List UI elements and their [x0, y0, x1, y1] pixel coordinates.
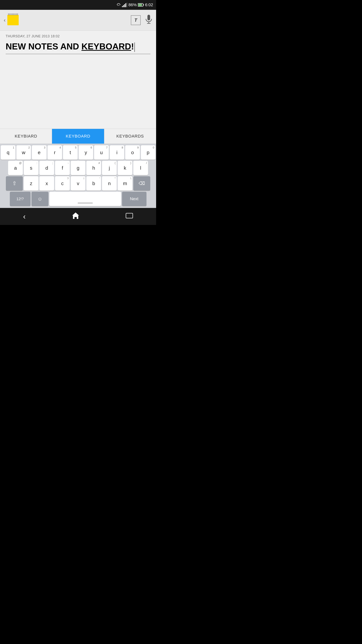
- key-q[interactable]: 1q: [1, 145, 15, 160]
- header-left: ‹: [4, 15, 19, 25]
- key-p[interactable]: 0p: [141, 145, 156, 160]
- key-g[interactable]: g: [71, 161, 85, 175]
- space-key[interactable]: [49, 192, 121, 206]
- text-format-label: T: [134, 18, 137, 23]
- key-f[interactable]: -f: [55, 161, 70, 175]
- key-l-alt: /: [146, 162, 147, 164]
- svg-rect-0: [122, 6, 123, 7]
- back-button[interactable]: ‹: [4, 17, 5, 23]
- key-e[interactable]: 3e: [32, 145, 46, 160]
- nav-bar: ‹: [0, 208, 156, 225]
- key-w-alt: 2: [28, 146, 30, 149]
- key-p-alt: 0: [153, 146, 154, 149]
- key-k-alt: ): [130, 162, 131, 164]
- keyboard-row-2: @a :s ;d -f g #h (j )k /l: [1, 161, 155, 175]
- key-w[interactable]: 2w: [16, 145, 31, 160]
- key-b[interactable]: 'b: [86, 176, 101, 190]
- autocomplete-item-1[interactable]: KEYBOARD: [52, 129, 104, 144]
- key-i-alt: 8: [122, 146, 123, 149]
- status-time: 6:02: [145, 2, 153, 7]
- key-y-alt: 6: [90, 146, 92, 149]
- key-x[interactable]: x: [39, 176, 54, 190]
- key-c-alt: ?: [67, 177, 69, 180]
- key-i[interactable]: 8i: [110, 145, 124, 160]
- svg-rect-3: [125, 3, 126, 7]
- svg-rect-7: [143, 4, 144, 6]
- key-v[interactable]: !v: [71, 176, 85, 190]
- nav-recents-button[interactable]: [126, 212, 133, 220]
- key-k[interactable]: )k: [118, 161, 132, 175]
- key-z[interactable]: z: [24, 176, 38, 190]
- key-l[interactable]: /l: [133, 161, 148, 175]
- key-j[interactable]: (j: [102, 161, 117, 175]
- nav-home-button[interactable]: [72, 212, 79, 221]
- app-header: ‹ T: [0, 10, 156, 30]
- microphone-button[interactable]: [145, 15, 152, 26]
- key-s-alt: :: [36, 162, 37, 164]
- key-s[interactable]: :s: [24, 161, 38, 175]
- key-u[interactable]: 7u: [94, 145, 109, 160]
- key-y[interactable]: 6y: [79, 145, 93, 160]
- key-v-alt: !: [83, 177, 84, 180]
- svg-rect-2: [124, 4, 125, 7]
- key-h-alt: #: [98, 162, 100, 164]
- key-t[interactable]: 5t: [63, 145, 78, 160]
- keyboard: 1q 2w 3e 4r 5t 6y 7u 8i 9o 0p @a :s ;d -…: [0, 144, 156, 208]
- key-a[interactable]: @a: [8, 161, 23, 175]
- status-bar: 86% 6:02: [0, 0, 156, 10]
- note-title-keyword: KEYBOARD: [81, 42, 131, 51]
- key-t-alt: 5: [75, 146, 76, 149]
- key-a-alt: @: [19, 162, 22, 164]
- signal-icon: [122, 3, 127, 7]
- battery-percent: 86%: [128, 2, 137, 7]
- key-q-alt: 1: [13, 146, 14, 149]
- key-d-alt: ;: [52, 162, 53, 164]
- note-title-suffix: !: [131, 42, 134, 51]
- key-j-alt: (: [115, 162, 116, 164]
- note-icon[interactable]: [7, 15, 19, 25]
- key-o[interactable]: 9o: [125, 145, 140, 160]
- note-title: NEW NOTES AND KEYBOARD!: [6, 41, 150, 54]
- key-n-alt: ": [115, 177, 116, 180]
- numbers-key[interactable]: 12!?: [10, 192, 30, 206]
- keyboard-row-4: 12!? ☺ Next: [1, 192, 155, 206]
- emoji-key[interactable]: ☺: [31, 192, 48, 206]
- svg-rect-6: [138, 4, 142, 6]
- key-m-alt: \: [130, 177, 131, 180]
- key-n[interactable]: "n: [102, 176, 117, 190]
- backspace-key[interactable]: ⌫: [133, 176, 150, 190]
- key-b-alt: ': [99, 177, 100, 180]
- autocomplete-item-2[interactable]: KEYBOARDS: [104, 129, 156, 144]
- note-date: THURSDAY, 27 JUNE 2013 18:02: [6, 34, 150, 38]
- key-f-alt: -: [68, 162, 69, 164]
- keyboard-row-1: 1q 2w 3e 4r 5t 6y 7u 8i 9o 0p: [1, 145, 155, 160]
- svg-rect-4: [126, 3, 127, 7]
- key-u-alt: 7: [106, 146, 108, 149]
- shift-key[interactable]: ⇧: [6, 176, 23, 190]
- nav-back-button[interactable]: ‹: [23, 212, 25, 221]
- key-e-alt: 3: [44, 146, 45, 149]
- text-cursor: [134, 42, 135, 52]
- status-icons: 86% 6:02: [116, 2, 153, 7]
- key-r[interactable]: 4r: [47, 145, 62, 160]
- keyboard-row-3: ⇧ z x ?c !v 'b "n \m ⌫: [1, 176, 155, 190]
- headset-icon: [116, 3, 121, 7]
- header-right: T: [131, 15, 152, 26]
- key-d[interactable]: ;d: [39, 161, 54, 175]
- autocomplete-bar: KEYBIARD KEYBOARD KEYBOARDS: [0, 129, 156, 144]
- svg-rect-12: [126, 213, 133, 218]
- note-content: THURSDAY, 27 JUNE 2013 18:02 NEW NOTES A…: [0, 30, 156, 129]
- autocomplete-item-0[interactable]: KEYBIARD: [0, 129, 52, 144]
- key-o-alt: 9: [137, 146, 139, 149]
- text-format-button[interactable]: T: [131, 15, 141, 25]
- key-h[interactable]: #h: [86, 161, 101, 175]
- key-r-alt: 4: [59, 146, 61, 149]
- battery-icon: [138, 3, 144, 7]
- svg-rect-1: [123, 5, 124, 7]
- next-key[interactable]: Next: [122, 192, 146, 206]
- note-title-prefix: NEW NOTES AND: [6, 42, 81, 51]
- svg-rect-8: [147, 15, 150, 20]
- svg-marker-11: [72, 212, 79, 219]
- key-c[interactable]: ?c: [55, 176, 70, 190]
- key-m[interactable]: \m: [118, 176, 132, 190]
